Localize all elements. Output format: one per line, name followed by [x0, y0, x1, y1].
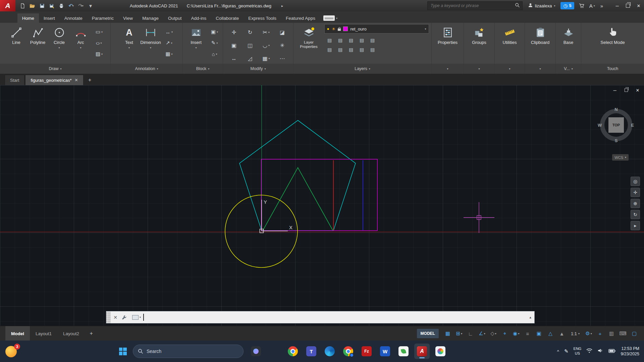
- drawing-canvas[interactable]: YX ─ ✕ N S W E TOP WCS ▾ ◎✛⊕↻▸ ✕ ▾ ▴: [0, 85, 644, 326]
- base-button[interactable]: Base: [558, 24, 579, 64]
- model-space-button[interactable]: MODEL: [417, 329, 439, 338]
- taskbar-copilot[interactable]: [248, 344, 264, 359]
- drawing-restore-icon[interactable]: [623, 87, 629, 93]
- panel-label-touch[interactable]: Touch: [581, 64, 644, 74]
- ribbon-tab-insert[interactable]: Insert: [39, 13, 60, 23]
- tray-overflow-icon[interactable]: ^: [557, 349, 559, 354]
- pan-button[interactable]: ✛: [631, 188, 640, 197]
- new-layout-button[interactable]: +: [87, 329, 96, 338]
- explode-button[interactable]: ✳: [274, 39, 290, 52]
- text-button[interactable]: AText▾: [118, 24, 140, 64]
- stretch-button[interactable]: ↔: [226, 52, 242, 65]
- workspace-switching-toggle[interactable]: ⚙▾: [584, 328, 594, 339]
- close-button[interactable]: ✕: [633, 0, 644, 11]
- layer-walk-button[interactable]: ▤: [335, 45, 346, 54]
- showmotion-button[interactable]: ▸: [631, 221, 640, 230]
- panel-label-view[interactable]: V... ▾: [556, 64, 581, 74]
- lineweight-toggle[interactable]: ≡: [523, 328, 533, 339]
- notification-badge[interactable]: ◷ 5: [560, 2, 574, 9]
- magenta-rectangle[interactable]: [261, 159, 377, 231]
- polyline-button[interactable]: Polyline: [27, 24, 49, 64]
- ucs-selector[interactable]: WCS ▾: [612, 154, 629, 161]
- hatch-button[interactable]: ▨▾: [94, 49, 105, 59]
- taskbar-chrome[interactable]: [285, 344, 301, 359]
- layer-dropdown[interactable]: ● ☀ ret_ouro ▾: [324, 24, 429, 34]
- panel-label-draw[interactable]: Draw ▾: [0, 64, 110, 74]
- rotate-button[interactable]: ↻: [242, 26, 258, 39]
- new-file-button[interactable]: [18, 1, 27, 10]
- green-zigzag[interactable]: [263, 168, 333, 230]
- battery-icon[interactable]: [608, 348, 615, 354]
- minimize-button[interactable]: ─: [612, 0, 623, 11]
- zoom-button[interactable]: ⊕: [631, 199, 640, 208]
- layer-prev-button[interactable]: ▤: [324, 45, 335, 54]
- account-menu[interactable]: lizaalexa ▾: [528, 3, 555, 9]
- command-history-expand-icon[interactable]: ▴: [529, 315, 531, 319]
- add-object-toggle[interactable]: +: [595, 328, 605, 339]
- viewcube-north[interactable]: N: [614, 107, 618, 112]
- search-icon[interactable]: [515, 3, 520, 9]
- ribbon-tab-add-ins[interactable]: Add-ins: [186, 13, 211, 23]
- linear-dimension-button[interactable]: ↔▾: [163, 27, 175, 37]
- block-attributes-button[interactable]: ⌂▾: [209, 49, 220, 59]
- file-tab-close-icon[interactable]: ✕: [75, 78, 78, 82]
- ribbon-tab-manage[interactable]: Manage: [138, 13, 163, 23]
- ribbon-tab-annotate[interactable]: Annotate: [60, 13, 87, 23]
- properties-button[interactable]: Properties: [437, 24, 459, 64]
- ellipse-button[interactable]: ○▾: [94, 38, 105, 48]
- erase-button[interactable]: ◪: [274, 26, 290, 39]
- polar-tracking-toggle[interactable]: ∠▾: [477, 328, 487, 339]
- keyword-search-input[interactable]: [430, 3, 513, 8]
- snap-mode-toggle[interactable]: ⊞▾: [454, 328, 464, 339]
- share-menu[interactable]: A ▾: [589, 3, 595, 9]
- layer-lock-button[interactable]: ▤: [357, 36, 367, 45]
- taskbar-autocad[interactable]: A: [414, 344, 430, 359]
- object-snap-tracking-toggle[interactable]: ⌖: [500, 328, 510, 339]
- ribbon-tab-featured-apps[interactable]: Featured Apps: [281, 13, 320, 23]
- customize-qat-button[interactable]: ▾: [86, 1, 95, 10]
- table-button[interactable]: ▦▾: [163, 49, 175, 59]
- command-close-icon[interactable]: ✕: [111, 315, 120, 320]
- panel-label-block[interactable]: Block ▾: [183, 64, 223, 74]
- line-button[interactable]: Line: [6, 24, 27, 64]
- annotation-scale-button[interactable]: 1:1 ▾: [571, 331, 580, 336]
- layer-properties-button[interactable]: Layer Properties: [296, 24, 322, 64]
- layer-match-button[interactable]: ▤: [367, 36, 378, 45]
- ribbon-tab-output[interactable]: Output: [163, 13, 186, 23]
- panel-label-modify[interactable]: Modify ▾: [223, 64, 293, 74]
- taskbar-photos[interactable]: [433, 344, 448, 359]
- plot-button[interactable]: [57, 1, 66, 10]
- ribbon-tab-parametric[interactable]: Parametric: [87, 13, 118, 23]
- rectangle-button[interactable]: ▭▾: [94, 27, 105, 37]
- taskbar-chrome-profile[interactable]: [340, 344, 356, 359]
- ribbon-tab-view[interactable]: View: [118, 13, 138, 23]
- viewcube[interactable]: N S W E TOP: [598, 107, 635, 143]
- layer-on-icon[interactable]: ●: [327, 26, 329, 31]
- layout-tab-layout1[interactable]: Layout1: [30, 326, 57, 341]
- layer-isolate-button[interactable]: ▤: [335, 36, 346, 45]
- layer-delete-button[interactable]: ▤: [357, 45, 367, 54]
- trim-button[interactable]: ✂▾: [258, 26, 274, 39]
- annotation-autoscale-toggle[interactable]: ▲: [557, 328, 567, 339]
- layer-freeze-button[interactable]: ▤: [346, 36, 357, 45]
- touch-keyboard-toggle[interactable]: ⌨: [618, 328, 628, 339]
- file-tab-figuras-geometricas[interactable]: figuras_geometricas*✕: [25, 75, 83, 85]
- taskbar-planner[interactable]: [396, 344, 411, 359]
- insert-button[interactable]: Insert▾: [185, 24, 207, 64]
- groups-button[interactable]: Groups: [469, 24, 490, 64]
- viewcube-east[interactable]: E: [631, 123, 634, 128]
- undo-button[interactable]: ↶▾: [67, 1, 75, 10]
- save-as-button[interactable]: [47, 1, 56, 10]
- taskbar-teams[interactable]: T: [304, 344, 319, 359]
- layout-tab-layout2[interactable]: Layout2: [57, 326, 85, 341]
- ortho-mode-toggle[interactable]: ∟: [466, 328, 476, 339]
- ribbon-tab-collaborate[interactable]: Collaborate: [211, 13, 244, 23]
- ribbon-tab-home[interactable]: Home: [17, 13, 39, 23]
- panel-label-annotation[interactable]: Annotation ▾: [111, 64, 182, 74]
- graphics-performance-toggle[interactable]: ▥: [606, 328, 616, 339]
- layer-unlock-button[interactable]: ▤: [367, 45, 378, 54]
- drawing-close-icon[interactable]: ✕: [635, 87, 641, 93]
- leader-button[interactable]: ↗▾: [163, 38, 175, 48]
- redo-button[interactable]: ↷▾: [76, 1, 85, 10]
- file-tab-start[interactable]: Start: [5, 75, 24, 85]
